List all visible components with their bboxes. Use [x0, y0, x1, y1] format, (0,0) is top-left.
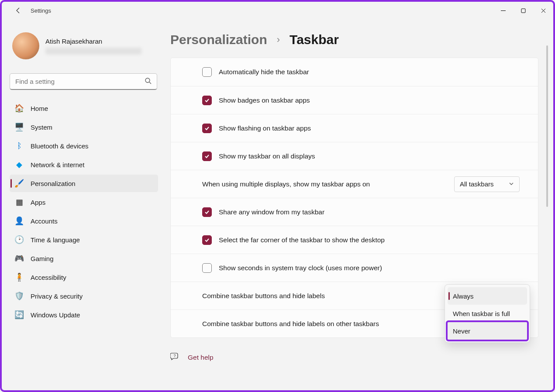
- row-auto-hide[interactable]: Automatically hide the taskbar: [171, 58, 538, 86]
- row-label: Select the far corner of the taskbar to …: [219, 236, 520, 244]
- nav-accounts[interactable]: 👤Accounts: [10, 212, 158, 230]
- search-input[interactable]: [15, 78, 145, 85]
- nav-update[interactable]: 🔄Windows Update: [10, 306, 158, 323]
- nav-system[interactable]: 🖥️System: [10, 118, 158, 136]
- row-flashing[interactable]: Show flashing on taskbar apps: [171, 114, 538, 142]
- dropdown-combine-buttons: Always When taskbar is full Never: [445, 284, 530, 343]
- chevron-down-icon: [509, 180, 514, 188]
- sidebar: Atish Rajasekharan 🏠Home 🖥️System ᛒBluet…: [10, 19, 167, 390]
- nav-time[interactable]: 🕑Time & language: [10, 231, 158, 248]
- nav: 🏠Home 🖥️System ᛒBluetooth & devices ◆Net…: [10, 100, 158, 323]
- nav-label: Accessibility: [31, 274, 66, 281]
- dd-label: Never: [453, 327, 470, 335]
- row-label: Share any window from my taskbar: [219, 208, 520, 216]
- checkbox-flashing[interactable]: [202, 124, 212, 133]
- bluetooth-icon: ᛒ: [15, 141, 24, 150]
- select-multi-display[interactable]: All taskbars: [454, 176, 520, 192]
- checkbox-all-displays[interactable]: [202, 151, 212, 161]
- user-name: Atish Rajasekharan: [45, 37, 141, 46]
- nav-label: Accounts: [31, 217, 58, 225]
- wifi-icon: ◆: [15, 160, 24, 169]
- row-label: When using multiple displays, show my ta…: [202, 180, 454, 188]
- dd-label: When taskbar is full: [453, 310, 510, 317]
- settings-card: Automatically hide the taskbar Show badg…: [170, 58, 538, 338]
- checkbox-auto-hide[interactable]: [202, 67, 212, 77]
- update-icon: 🔄: [15, 310, 24, 319]
- nav-label: Personalization: [31, 180, 76, 187]
- search-box[interactable]: [10, 73, 157, 90]
- select-value: All taskbars: [460, 180, 494, 188]
- search-icon: [145, 77, 152, 86]
- person-icon: 👤: [15, 217, 24, 225]
- row-share-window[interactable]: Share any window from my taskbar: [171, 198, 538, 226]
- help-icon: ?: [170, 352, 179, 363]
- row-label: Automatically hide the taskbar: [219, 68, 520, 76]
- nav-label: Time & language: [31, 236, 80, 244]
- checkbox-show-seconds[interactable]: [202, 263, 212, 273]
- titlebar: Settings: [2, 2, 553, 19]
- breadcrumb-current: Taskbar: [290, 32, 339, 47]
- system-icon: 🖥️: [15, 123, 24, 131]
- scrollbar[interactable]: [546, 45, 548, 207]
- app-title: Settings: [31, 7, 51, 14]
- home-icon: 🏠: [15, 104, 24, 113]
- row-label: Show seconds in system tray clock (uses …: [219, 264, 520, 272]
- user-text: Atish Rajasekharan: [45, 37, 141, 55]
- window-controls: [493, 2, 553, 19]
- nav-network[interactable]: ◆Network & internet: [10, 156, 158, 173]
- nav-label: Network & internet: [31, 161, 84, 168]
- svg-text:?: ?: [173, 354, 176, 358]
- nav-label: Bluetooth & devices: [31, 142, 89, 150]
- minimize-button[interactable]: [493, 2, 513, 19]
- avatar: [12, 32, 39, 59]
- nav-label: Windows Update: [31, 311, 80, 319]
- chevron-right-icon: ›: [277, 34, 280, 45]
- row-all-displays[interactable]: Show my taskbar on all displays: [171, 142, 538, 170]
- nav-label: Home: [31, 105, 48, 112]
- nav-label: Privacy & security: [31, 292, 83, 300]
- dd-label: Always: [453, 292, 474, 300]
- maximize-button[interactable]: [513, 2, 533, 19]
- breadcrumb-parent[interactable]: Personalization: [170, 32, 267, 47]
- paintbrush-icon: 🖌️: [15, 179, 24, 188]
- dropdown-option-never[interactable]: Never: [448, 322, 527, 340]
- svg-rect-1: [521, 9, 525, 13]
- svg-point-2: [145, 78, 150, 83]
- nav-personalization[interactable]: 🖌️Personalization: [10, 175, 158, 192]
- row-badges[interactable]: Show badges on taskbar apps: [171, 86, 538, 114]
- row-label: Show flashing on taskbar apps: [219, 124, 520, 132]
- nav-label: Gaming: [31, 255, 54, 262]
- user-block[interactable]: Atish Rajasekharan: [10, 19, 158, 65]
- dropdown-option-when-full[interactable]: When taskbar is full: [448, 305, 527, 322]
- checkbox-far-corner[interactable]: [202, 235, 212, 245]
- apps-icon: ▦: [15, 198, 24, 206]
- checkbox-share-window[interactable]: [202, 207, 212, 217]
- nav-label: System: [31, 124, 52, 131]
- close-button[interactable]: [533, 2, 553, 19]
- row-far-corner[interactable]: Select the far corner of the taskbar to …: [171, 226, 538, 254]
- nav-label: Apps: [31, 199, 45, 206]
- nav-privacy[interactable]: 🛡️Privacy & security: [10, 287, 158, 305]
- nav-apps[interactable]: ▦Apps: [10, 193, 158, 211]
- clock-icon: 🕑: [15, 235, 24, 244]
- gamepad-icon: 🎮: [15, 254, 24, 263]
- get-help-link[interactable]: Get help: [188, 354, 214, 361]
- row-label: Show badges on taskbar apps: [219, 96, 520, 104]
- svg-line-3: [149, 82, 151, 84]
- dropdown-option-always[interactable]: Always: [448, 287, 527, 305]
- accessibility-icon: 🧍: [15, 273, 24, 282]
- user-email-redacted: [45, 48, 141, 55]
- nav-home[interactable]: 🏠Home: [10, 100, 158, 117]
- nav-accessibility[interactable]: 🧍Accessibility: [10, 268, 158, 286]
- row-multi-display: When using multiple displays, show my ta…: [171, 170, 538, 198]
- main: Personalization › Taskbar Automatically …: [167, 19, 549, 390]
- help-row: ? Get help: [170, 352, 538, 363]
- row-label: Show my taskbar on all displays: [219, 152, 520, 160]
- nav-gaming[interactable]: 🎮Gaming: [10, 250, 158, 267]
- nav-bluetooth[interactable]: ᛒBluetooth & devices: [10, 137, 158, 155]
- breadcrumb: Personalization › Taskbar: [170, 32, 538, 47]
- checkbox-badges[interactable]: [202, 96, 212, 105]
- back-button[interactable]: [10, 2, 27, 19]
- row-show-seconds[interactable]: Show seconds in system tray clock (uses …: [171, 254, 538, 282]
- shield-icon: 🛡️: [15, 292, 24, 300]
